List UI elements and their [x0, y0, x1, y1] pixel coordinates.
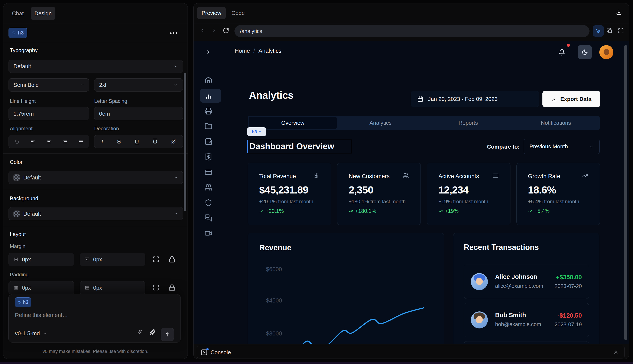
disclaimer-text: v0 may make mistakes. Please use with di…	[4, 349, 187, 354]
sidebar-home-icon[interactable]	[204, 76, 212, 84]
expand-margin-icon[interactable]	[153, 256, 159, 263]
overline-icon[interactable]: O	[153, 138, 157, 145]
url-input[interactable]: /analytics	[235, 25, 589, 37]
color-select[interactable]: Default	[9, 171, 183, 184]
transaction-row[interactable]: Bob Smith bob@example.com -$120.50 2023-…	[464, 303, 589, 337]
bell-icon[interactable]	[558, 49, 565, 56]
lock-padding-icon[interactable]	[169, 284, 175, 291]
model-select[interactable]: v0-1.5-md	[15, 330, 47, 337]
align-justify-icon[interactable]	[78, 139, 84, 144]
sidebar-wallet-icon[interactable]	[204, 138, 212, 146]
expand-padding-icon[interactable]	[153, 284, 159, 291]
align-left-icon[interactable]	[30, 139, 36, 144]
stat-subtext: +19% from last month	[439, 198, 488, 204]
breadcrumb-home[interactable]: Home	[235, 48, 250, 54]
trending-up-icon	[349, 209, 353, 213]
padding-y-value: 0px	[93, 284, 102, 291]
sidebar-video-icon[interactable]	[204, 230, 212, 237]
lock-margin-icon[interactable]	[169, 256, 175, 263]
line-height-label: Line Height	[10, 98, 36, 104]
sidebar-users-icon[interactable]	[204, 184, 212, 191]
tab-reports[interactable]: Reports	[424, 116, 512, 130]
ellipsis-menu-icon[interactable]	[173, 32, 174, 34]
transaction-name: Bob Smith	[495, 312, 526, 319]
sidebar-messages-icon[interactable]	[204, 214, 212, 222]
section-heading-selected[interactable]: Dashboard Overview	[247, 140, 352, 153]
moon-icon	[582, 49, 588, 55]
letter-spacing-label: Letter Spacing	[94, 98, 127, 104]
user-avatar[interactable]	[599, 45, 613, 59]
stat-card-total-revenue: Total Revenue $45,231.89 +20.1% from las…	[248, 163, 331, 225]
letter-spacing-input[interactable]: 0em	[94, 107, 183, 120]
submit-button[interactable]	[161, 328, 174, 341]
fullscreen-icon[interactable]	[618, 28, 624, 34]
stat-subtext: +20.1% from last month	[259, 198, 313, 204]
panel-scrollbar[interactable]	[184, 72, 186, 211]
line-height-input[interactable]: 1.75rem	[9, 107, 89, 120]
divider	[193, 23, 629, 24]
no-decoration-icon[interactable]: Ø	[171, 138, 176, 145]
transaction-row[interactable]: Alice Johnson alice@example.com +$350.00…	[464, 264, 589, 299]
refresh-icon[interactable]	[223, 27, 229, 34]
element-selector-chip[interactable]: h3	[247, 127, 266, 136]
date-range-picker[interactable]: Jan 20, 2023 - Feb 09, 2023	[411, 91, 539, 107]
stat-value: 18.6%	[528, 184, 556, 196]
paperclip-icon[interactable]	[150, 329, 156, 336]
stat-delta-value: +5.4%	[534, 208, 550, 214]
stat-subtext: +180.1% from last month	[349, 198, 405, 204]
tab-design[interactable]: Design	[31, 7, 55, 20]
sidebar-receipt-icon[interactable]	[204, 153, 212, 161]
tab-code[interactable]: Code	[232, 10, 245, 16]
sidebar-folder-icon[interactable]	[204, 122, 212, 130]
theme-toggle-button[interactable]	[578, 45, 592, 59]
inspect-cursor-button[interactable]	[593, 25, 604, 36]
font-weight-select[interactable]: Semi Bold	[9, 78, 89, 92]
compare-value: Previous Month	[529, 143, 568, 150]
breadcrumb-current: Analytics	[259, 48, 282, 54]
undo-icon[interactable]	[14, 139, 20, 144]
url-value: /analytics	[240, 28, 262, 34]
stat-delta: +20.1%	[259, 208, 284, 214]
tab-preview[interactable]: Preview	[197, 6, 226, 19]
stat-delta: +5.4%	[528, 208, 550, 214]
copy-icon[interactable]	[606, 28, 612, 34]
avatar	[471, 312, 488, 328]
recent-transactions-card: Recent Transactions Alice Johnson alice@…	[453, 233, 599, 344]
composer-element-chip[interactable]: h3	[15, 297, 31, 307]
tab-analytics[interactable]: Analytics	[337, 116, 425, 130]
divider	[4, 23, 187, 24]
sidebar-shield-icon[interactable]	[204, 199, 212, 206]
font-family-select[interactable]: Default	[9, 60, 183, 73]
sidebar-printer-icon[interactable]	[204, 107, 212, 115]
sparkles-icon[interactable]	[136, 329, 143, 336]
padding-y-input[interactable]: 0px	[80, 281, 145, 294]
margin-y-value: 0px	[93, 256, 102, 263]
background-select[interactable]: Default	[9, 207, 183, 220]
revenue-line-path	[300, 308, 424, 344]
font-size-select[interactable]: 2xl	[94, 78, 183, 92]
sidebar-bar-chart-icon[interactable]	[204, 92, 212, 100]
download-icon[interactable]	[616, 9, 622, 15]
tab-notifications[interactable]: Notifications	[512, 116, 600, 130]
margin-y-input[interactable]: 0px	[80, 253, 145, 266]
selected-element-chip[interactable]: h3	[9, 28, 27, 38]
sidebar-credit-card-icon[interactable]	[204, 168, 212, 176]
chevrons-up-icon[interactable]	[613, 349, 619, 355]
underline-icon[interactable]: U	[135, 138, 139, 145]
back-icon[interactable]	[200, 28, 205, 33]
margin-x-input[interactable]: 0px	[9, 253, 74, 266]
forward-icon[interactable]	[212, 28, 217, 33]
italic-icon[interactable]: I	[101, 138, 103, 145]
export-data-button[interactable]: Export Data	[542, 91, 600, 107]
compare-select[interactable]: Previous Month	[524, 139, 599, 154]
tab-chat[interactable]: Chat	[12, 10, 24, 17]
sidebar-toggle-icon[interactable]	[205, 49, 212, 55]
composer-input[interactable]: Refine this element…	[15, 312, 68, 318]
align-center-icon[interactable]	[46, 139, 52, 144]
v0-workspace: Chat Design h3 Typography Default Semi B…	[0, 0, 633, 364]
align-right-icon[interactable]	[62, 139, 68, 144]
padding-x-input[interactable]: 0px	[9, 281, 74, 294]
console-bar[interactable]: Console	[197, 346, 625, 358]
strikethrough-icon[interactable]: S	[117, 138, 121, 145]
preview-scrollbar[interactable]	[624, 45, 627, 340]
